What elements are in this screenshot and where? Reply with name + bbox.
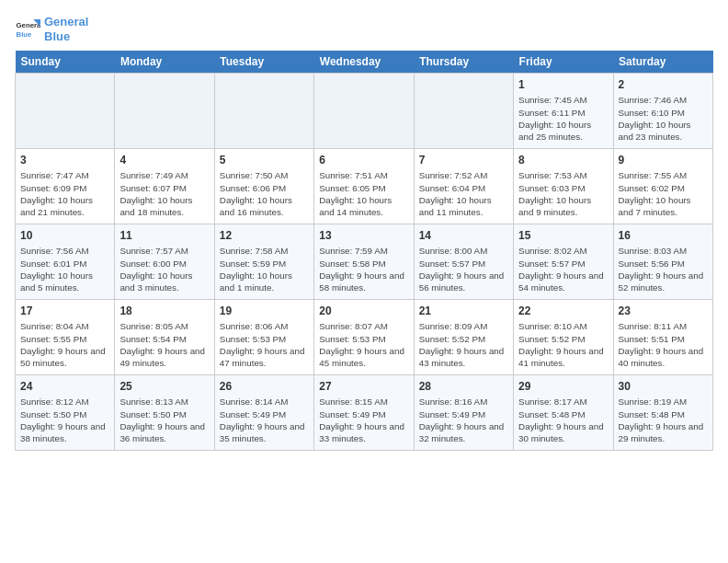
calendar-week-5: 24Sunrise: 8:12 AM Sunset: 5:50 PM Dayli… xyxy=(16,375,713,451)
weekday-header-saturday: Saturday xyxy=(613,51,712,74)
logo: General Blue GeneralBlue xyxy=(15,15,88,43)
calendar-week-3: 10Sunrise: 7:56 AM Sunset: 6:01 PM Dayli… xyxy=(16,224,713,300)
day-info: Sunrise: 7:51 AM Sunset: 6:05 PM Dayligh… xyxy=(319,169,408,218)
calendar-table: SundayMondayTuesdayWednesdayThursdayFrid… xyxy=(15,51,713,451)
day-number: 1 xyxy=(518,77,608,92)
day-info: Sunrise: 7:45 AM Sunset: 6:11 PM Dayligh… xyxy=(518,94,608,143)
calendar-cell xyxy=(414,74,513,149)
calendar-week-2: 3Sunrise: 7:47 AM Sunset: 6:09 PM Daylig… xyxy=(16,149,713,224)
calendar-cell: 16Sunrise: 8:03 AM Sunset: 5:56 PM Dayli… xyxy=(613,224,712,300)
calendar-cell: 8Sunrise: 7:53 AM Sunset: 6:03 PM Daylig… xyxy=(514,149,613,224)
calendar-cell xyxy=(314,74,414,149)
day-number: 23 xyxy=(619,304,708,318)
day-number: 4 xyxy=(119,153,209,167)
day-number: 12 xyxy=(220,228,309,243)
day-info: Sunrise: 7:59 AM Sunset: 5:58 PM Dayligh… xyxy=(319,245,408,293)
day-info: Sunrise: 8:16 AM Sunset: 5:49 PM Dayligh… xyxy=(419,396,508,444)
calendar-cell: 12Sunrise: 7:58 AM Sunset: 5:59 PM Dayli… xyxy=(214,224,313,300)
calendar-cell: 11Sunrise: 7:57 AM Sunset: 6:00 PM Dayli… xyxy=(115,224,214,300)
day-info: Sunrise: 8:05 AM Sunset: 5:54 PM Dayligh… xyxy=(119,320,209,369)
calendar-cell: 6Sunrise: 7:51 AM Sunset: 6:05 PM Daylig… xyxy=(314,149,414,224)
day-number: 17 xyxy=(20,304,109,318)
calendar-cell: 23Sunrise: 8:11 AM Sunset: 5:51 PM Dayli… xyxy=(613,300,712,375)
day-info: Sunrise: 8:17 AM Sunset: 5:48 PM Dayligh… xyxy=(518,396,608,444)
calendar-cell: 3Sunrise: 7:47 AM Sunset: 6:09 PM Daylig… xyxy=(16,149,115,224)
weekday-header-sunday: Sunday xyxy=(16,51,115,74)
day-info: Sunrise: 7:52 AM Sunset: 6:04 PM Dayligh… xyxy=(419,169,508,218)
day-number: 9 xyxy=(619,153,708,167)
calendar-cell xyxy=(214,74,313,149)
day-number: 28 xyxy=(419,379,508,394)
day-number: 3 xyxy=(20,153,109,167)
day-info: Sunrise: 7:50 AM Sunset: 6:06 PM Dayligh… xyxy=(220,169,309,218)
calendar-cell: 2Sunrise: 7:46 AM Sunset: 6:10 PM Daylig… xyxy=(613,74,712,149)
day-number: 7 xyxy=(419,153,508,167)
weekday-header-thursday: Thursday xyxy=(414,51,513,74)
day-number: 8 xyxy=(518,153,608,167)
day-number: 25 xyxy=(119,379,209,394)
day-info: Sunrise: 8:02 AM Sunset: 5:57 PM Dayligh… xyxy=(518,245,608,293)
svg-text:Blue: Blue xyxy=(17,29,33,38)
weekday-header-friday: Friday xyxy=(514,51,613,74)
day-info: Sunrise: 8:03 AM Sunset: 5:56 PM Dayligh… xyxy=(619,245,708,293)
day-number: 19 xyxy=(220,304,309,318)
calendar-cell: 10Sunrise: 7:56 AM Sunset: 6:01 PM Dayli… xyxy=(16,224,115,300)
day-number: 13 xyxy=(319,228,408,243)
logo-text: GeneralBlue xyxy=(44,15,88,43)
day-number: 14 xyxy=(419,228,508,243)
day-info: Sunrise: 8:09 AM Sunset: 5:52 PM Dayligh… xyxy=(419,320,508,369)
day-info: Sunrise: 7:46 AM Sunset: 6:10 PM Dayligh… xyxy=(619,94,708,143)
calendar-cell: 7Sunrise: 7:52 AM Sunset: 6:04 PM Daylig… xyxy=(414,149,513,224)
day-number: 6 xyxy=(319,153,408,167)
day-info: Sunrise: 8:10 AM Sunset: 5:52 PM Dayligh… xyxy=(518,320,608,369)
day-number: 21 xyxy=(419,304,508,318)
day-info: Sunrise: 7:49 AM Sunset: 6:07 PM Dayligh… xyxy=(119,169,209,218)
calendar-cell: 18Sunrise: 8:05 AM Sunset: 5:54 PM Dayli… xyxy=(115,300,214,375)
weekday-header-monday: Monday xyxy=(115,51,214,74)
calendar-cell: 15Sunrise: 8:02 AM Sunset: 5:57 PM Dayli… xyxy=(514,224,613,300)
day-info: Sunrise: 7:58 AM Sunset: 5:59 PM Dayligh… xyxy=(220,245,309,293)
calendar-cell: 27Sunrise: 8:15 AM Sunset: 5:49 PM Dayli… xyxy=(314,375,414,451)
weekday-header-tuesday: Tuesday xyxy=(214,51,313,74)
day-number: 22 xyxy=(518,304,608,318)
calendar-cell: 30Sunrise: 8:19 AM Sunset: 5:48 PM Dayli… xyxy=(613,375,712,451)
calendar-cell: 29Sunrise: 8:17 AM Sunset: 5:48 PM Dayli… xyxy=(514,375,613,451)
day-number: 30 xyxy=(619,379,708,394)
day-number: 16 xyxy=(619,228,708,243)
calendar-cell: 1Sunrise: 7:45 AM Sunset: 6:11 PM Daylig… xyxy=(514,74,613,149)
day-info: Sunrise: 8:07 AM Sunset: 5:53 PM Dayligh… xyxy=(319,320,408,369)
logo-icon: General Blue xyxy=(15,17,40,42)
calendar-cell xyxy=(16,74,115,149)
day-info: Sunrise: 7:55 AM Sunset: 6:02 PM Dayligh… xyxy=(619,169,708,218)
page-header: General Blue GeneralBlue xyxy=(15,15,713,43)
weekday-header-row: SundayMondayTuesdayWednesdayThursdayFrid… xyxy=(16,51,713,74)
calendar-cell: 21Sunrise: 8:09 AM Sunset: 5:52 PM Dayli… xyxy=(414,300,513,375)
day-info: Sunrise: 8:00 AM Sunset: 5:57 PM Dayligh… xyxy=(419,245,508,293)
day-info: Sunrise: 8:14 AM Sunset: 5:49 PM Dayligh… xyxy=(220,396,309,444)
day-info: Sunrise: 8:04 AM Sunset: 5:55 PM Dayligh… xyxy=(20,320,109,369)
calendar-cell: 9Sunrise: 7:55 AM Sunset: 6:02 PM Daylig… xyxy=(613,149,712,224)
day-number: 15 xyxy=(518,228,608,243)
day-number: 26 xyxy=(220,379,309,394)
calendar-cell: 20Sunrise: 8:07 AM Sunset: 5:53 PM Dayli… xyxy=(314,300,414,375)
day-number: 5 xyxy=(220,153,309,167)
day-info: Sunrise: 7:57 AM Sunset: 6:00 PM Dayligh… xyxy=(119,245,209,293)
day-number: 10 xyxy=(20,228,109,243)
day-number: 29 xyxy=(518,379,608,394)
calendar-cell: 22Sunrise: 8:10 AM Sunset: 5:52 PM Dayli… xyxy=(514,300,613,375)
day-info: Sunrise: 8:11 AM Sunset: 5:51 PM Dayligh… xyxy=(619,320,708,369)
calendar-cell: 19Sunrise: 8:06 AM Sunset: 5:53 PM Dayli… xyxy=(214,300,313,375)
day-info: Sunrise: 8:19 AM Sunset: 5:48 PM Dayligh… xyxy=(619,396,708,444)
day-info: Sunrise: 8:06 AM Sunset: 5:53 PM Dayligh… xyxy=(220,320,309,369)
day-number: 27 xyxy=(319,379,408,394)
calendar-cell: 28Sunrise: 8:16 AM Sunset: 5:49 PM Dayli… xyxy=(414,375,513,451)
day-info: Sunrise: 8:15 AM Sunset: 5:49 PM Dayligh… xyxy=(319,396,408,444)
calendar-week-1: 1Sunrise: 7:45 AM Sunset: 6:11 PM Daylig… xyxy=(16,74,713,149)
calendar-week-4: 17Sunrise: 8:04 AM Sunset: 5:55 PM Dayli… xyxy=(16,300,713,375)
day-number: 24 xyxy=(20,379,109,394)
day-info: Sunrise: 7:47 AM Sunset: 6:09 PM Dayligh… xyxy=(20,169,109,218)
calendar-cell: 13Sunrise: 7:59 AM Sunset: 5:58 PM Dayli… xyxy=(314,224,414,300)
calendar-cell: 26Sunrise: 8:14 AM Sunset: 5:49 PM Dayli… xyxy=(214,375,313,451)
day-number: 2 xyxy=(619,77,708,92)
calendar-cell: 4Sunrise: 7:49 AM Sunset: 6:07 PM Daylig… xyxy=(115,149,214,224)
